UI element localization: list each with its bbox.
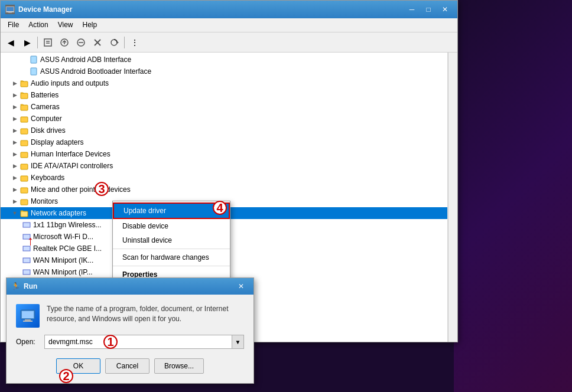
tree-item-display[interactable]: ▶ Display adapters [1, 136, 447, 148]
tree-item-keyboards[interactable]: ▶ Keyboards [1, 172, 447, 184]
context-scan-hardware[interactable]: Scan for hardware changes [113, 250, 230, 264]
tree-item-label: Realtek PCIe GBE I... [33, 244, 102, 253]
tree-item-label: WAN Miniport (IK... [33, 256, 93, 264]
tree-item-label: Human Interface Devices [31, 150, 110, 158]
toolbar-update-driver[interactable] [57, 35, 72, 50]
device-icon [29, 67, 38, 76]
context-separator2 [113, 266, 230, 266]
context-update-driver[interactable]: Update driver [113, 202, 230, 219]
menu-action[interactable]: Action [24, 19, 53, 31]
titlebar-title: Device Manager [18, 5, 72, 14]
menu-help[interactable]: Help [78, 19, 102, 31]
svg-rect-20 [21, 129, 28, 134]
menu-view[interactable]: View [53, 19, 78, 31]
folder-icon [20, 173, 29, 182]
toolbar-properties[interactable] [40, 35, 56, 50]
toolbar: ◀ ▶ ⋮ [1, 32, 457, 53]
tree-item-label: Microsoft Wi-Fi D... [33, 233, 93, 241]
folder-icon [20, 102, 29, 112]
svg-rect-14 [31, 56, 37, 63]
toolbar-more[interactable]: ⋮ [127, 35, 142, 50]
folder-icon [20, 79, 29, 88]
toolbar-scan[interactable] [106, 35, 122, 50]
tree-item-mice[interactable]: ▶ Mice and other pointing devices [1, 184, 447, 195]
tree-item-computer[interactable]: ▶ Computer [1, 113, 447, 125]
svg-rect-21 [21, 141, 28, 146]
folder-icon [20, 90, 29, 100]
context-separator [113, 249, 230, 249]
svg-rect-38 [23, 321, 32, 322]
toolbar-disable[interactable] [73, 35, 89, 50]
device-icon [22, 232, 31, 241]
svg-rect-25 [21, 188, 28, 193]
expand-icon: ▶ [10, 173, 20, 182]
tree-item-hid[interactable]: ▶ Human Interface Devices [1, 148, 447, 160]
tree-item-ide[interactable]: ▶ IDE ATA/ATAPI controllers [1, 160, 447, 172]
folder-icon [20, 185, 29, 194]
tree-item-label: Monitors [31, 197, 58, 205]
maximize-button[interactable]: □ [421, 4, 436, 15]
run-buttons: OK Cancel Browse... [16, 358, 244, 374]
toolbar-sep2 [124, 37, 125, 48]
context-uninstall-device[interactable]: Uninstall device [113, 233, 230, 247]
titlebar-left: Device Manager [5, 5, 72, 14]
svg-rect-2 [8, 12, 12, 13]
svg-rect-16 [21, 81, 28, 87]
tree-item-label: IDE ATA/ATAPI controllers [31, 162, 113, 170]
toolbar-forward[interactable]: ▶ [20, 35, 35, 50]
run-cancel-button[interactable]: Cancel [105, 358, 150, 374]
expand-icon: ▼ [10, 208, 20, 218]
run-title-text: Run [24, 282, 37, 290]
tree-item-asus-boot[interactable]: ASUS Android Bootloader Interface [1, 66, 447, 77]
svg-rect-31 [23, 258, 30, 263]
run-input[interactable] [45, 336, 232, 348]
run-browse-button[interactable]: Browse... [154, 358, 204, 374]
svg-rect-15 [31, 68, 37, 75]
run-input-wrapper: ▼ [44, 335, 244, 349]
tree-item-label: Audio inputs and outputs [31, 79, 109, 87]
folder-icon [20, 114, 29, 123]
close-button[interactable]: ✕ [437, 4, 453, 15]
svg-rect-23 [21, 164, 28, 169]
toolbar-uninstall[interactable] [90, 35, 105, 50]
run-icon-small: 🏃 [11, 282, 20, 290]
menu-file[interactable]: File [3, 19, 24, 31]
context-menu: Update driver Disable device Uninstall d… [112, 201, 230, 283]
run-dropdown-button[interactable]: ▼ [232, 335, 243, 348]
expand-icon: ▶ [10, 138, 20, 147]
tree-item-label: Keyboards [31, 174, 64, 182]
svg-rect-37 [25, 319, 31, 321]
run-close-button[interactable]: ✕ [233, 280, 249, 292]
minimize-button[interactable]: ─ [404, 4, 420, 15]
expand-icon: ▶ [10, 114, 20, 123]
tree-item-label: Network adapters [31, 209, 86, 217]
folder-open-icon [20, 208, 29, 218]
run-dialog: 🏃 Run ✕ Type the name of a program, fold… [6, 277, 254, 384]
tree-item-disk[interactable]: ▶ Disk drives [1, 125, 447, 136]
expand-icon: ▶ [10, 126, 20, 135]
run-content: Type the name of a program, folder, docu… [6, 295, 254, 383]
device-icon [22, 256, 31, 265]
scrollbar[interactable] [448, 53, 457, 342]
run-open-row: Open: ▼ [16, 335, 244, 349]
expand-icon: ▶ [10, 161, 20, 171]
tree-item-cameras[interactable]: ▶ Cameras [1, 101, 447, 113]
svg-rect-24 [21, 176, 28, 181]
folder-icon [20, 138, 29, 147]
svg-rect-30 [23, 246, 30, 251]
folder-icon [20, 197, 29, 206]
tree-item-asus-adb[interactable]: ASUS Android ADB Interface [1, 54, 447, 66]
run-top: Type the name of a program, folder, docu… [16, 304, 244, 328]
run-ok-button[interactable]: OK [56, 358, 100, 374]
tree-item-label: Disk drives [31, 126, 66, 135]
tree-item-audio[interactable]: ▶ Audio inputs and outputs [1, 77, 447, 89]
app-icon [5, 5, 15, 14]
device-icon [22, 220, 31, 230]
context-disable-device[interactable]: Disable device [113, 219, 230, 233]
toolbar-back[interactable]: ◀ [3, 35, 18, 50]
tree-item-batteries[interactable]: ▶ Batteries [1, 89, 447, 101]
svg-rect-19 [21, 117, 28, 122]
expand-icon: ▶ [10, 90, 20, 100]
titlebar-controls: ─ □ ✕ [404, 4, 453, 15]
tree-item-label: Display adapters [31, 138, 83, 146]
